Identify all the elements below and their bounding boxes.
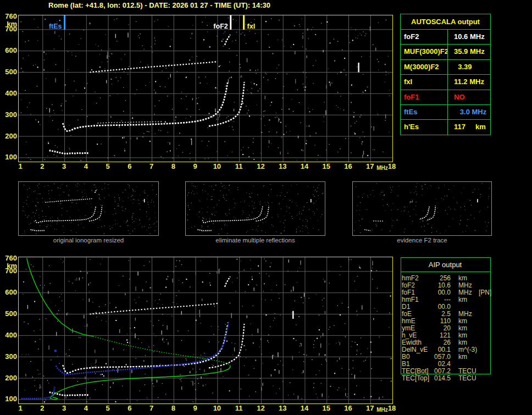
aip-row-extra xyxy=(479,318,495,325)
autoscala-row: M(3000)F2 3.39 xyxy=(401,59,490,74)
autoscala-row-label: MUF(3000)F2 xyxy=(401,45,447,59)
thumbnail-original-canvas xyxy=(19,182,158,235)
aip-row-extra xyxy=(479,275,495,282)
axis-tick-label: 2 xyxy=(35,405,49,412)
aip-row-extra xyxy=(479,339,495,346)
autoscala-row-value: 3.39 xyxy=(447,60,489,74)
axis-tick-label: 1 xyxy=(13,163,27,170)
axis-tick-label: 760 xyxy=(1,254,17,262)
scaled-marker-label-foF2: foF2 xyxy=(213,23,228,30)
thumbnail-caption-evidence: evidence F2 trace xyxy=(352,237,492,244)
axis-tick-label: 16 xyxy=(341,163,355,170)
axis-tick-label: 13 xyxy=(275,405,290,412)
bottom-ionogram-canvas xyxy=(19,257,392,403)
autoscala-row-value: 11.2 MHz xyxy=(447,75,489,89)
axis-tick-label: 500 xyxy=(1,310,17,317)
aip-row-extra xyxy=(479,361,495,368)
aip-table-rows: hmF2256kmfoF210.6MHzfoF100.0MHz[PN]hmF1-… xyxy=(402,275,498,382)
thumbnail-original-ionogram xyxy=(18,181,159,236)
axis-tick-label: 100 xyxy=(1,153,17,161)
autoscala-table-rows: foF210.6 MHzMUF(3000)F235.9 MHzM(3000)F2… xyxy=(401,29,490,135)
axis-tick-label: 9 xyxy=(188,163,202,170)
aip-row-extra xyxy=(479,311,495,318)
autoscala-row: fxI11.2 MHz xyxy=(401,74,490,89)
axis-tick-label: 500 xyxy=(1,68,17,75)
scaled-marker-label-fxI: fxI xyxy=(247,23,256,30)
window-title: Rome (lat: +41.8, lon: 012.5) - DATE: 20… xyxy=(48,1,270,9)
autoscala-row-label: foF2 xyxy=(401,30,447,44)
x-axis-unit: MHz xyxy=(376,165,388,171)
aip-row-extra xyxy=(479,296,495,303)
axis-tick-label: 16 xyxy=(341,405,355,412)
axis-tick-label: 100 xyxy=(1,395,17,402)
axis-tick-label: 8 xyxy=(166,405,180,412)
axis-tick-label: 3 xyxy=(57,163,71,170)
axis-tick-label: 600 xyxy=(1,47,17,54)
thumbnail-evidence-canvas xyxy=(353,182,491,235)
axis-tick-label: 7 xyxy=(145,405,159,412)
axis-tick-label: 300 xyxy=(1,111,17,118)
autoscala-window: Rome (lat: +41.8, lon: 012.5) - DATE: 20… xyxy=(0,0,532,415)
axis-tick-label: 11 xyxy=(232,405,246,412)
autoscala-row-value: 3.0 MHz xyxy=(447,105,489,119)
aip-row-extra xyxy=(479,325,495,332)
axis-tick-label: 700 xyxy=(1,267,17,274)
aip-row: TEC[Top]014.5TECU xyxy=(402,375,498,382)
axis-tick-label: 15 xyxy=(319,405,334,412)
aip-row-extra: [PN] xyxy=(479,289,495,296)
axis-tick-label: 8 xyxy=(166,163,180,170)
aip-table-divider xyxy=(401,272,490,272)
autoscala-row-value: NO xyxy=(447,90,489,104)
axis-tick-label: 700 xyxy=(1,25,17,32)
axis-tick-label: 13 xyxy=(275,163,290,170)
autoscala-row-label: h'Es xyxy=(401,120,447,134)
autoscala-row: foF1NO xyxy=(401,90,490,104)
thumbnail-caption-eliminate: eliminate multiple reflections xyxy=(185,237,325,244)
axis-tick-label: 9 xyxy=(188,405,202,412)
axis-tick-label: 11 xyxy=(232,163,246,170)
aip-row-unit: km xyxy=(453,353,479,361)
autoscala-row-label: fxI xyxy=(401,75,447,89)
axis-tick-label: 5 xyxy=(101,163,115,170)
aip-row-extra xyxy=(479,368,495,375)
axis-tick-label: 4 xyxy=(79,405,93,412)
aip-row-extra xyxy=(479,353,495,361)
aip-row-extra xyxy=(479,303,495,311)
axis-tick-label: 200 xyxy=(1,132,17,140)
autoscala-row: MUF(3000)F235.9 MHz xyxy=(401,44,490,59)
scaled-marker-label-ftEs: ftEs xyxy=(49,23,62,30)
aip-row-name: TEC[Top] xyxy=(402,375,433,382)
axis-tick-label: 400 xyxy=(1,331,17,339)
thumbnail-eliminate-canvas xyxy=(186,182,325,235)
axis-tick-label: 200 xyxy=(1,374,17,381)
top-ionogram-plot: ftEsfoF2fxI xyxy=(18,15,393,162)
axis-tick-label: 6 xyxy=(123,163,137,170)
axis-tick-label: 2 xyxy=(35,163,49,170)
axis-tick-label: 400 xyxy=(1,90,17,97)
axis-tick-label: 5 xyxy=(101,405,115,412)
axis-tick-label: 1 xyxy=(13,405,27,412)
axis-tick-label: 10 xyxy=(210,405,224,412)
top-ionogram-canvas: ftEsfoF2fxI xyxy=(19,15,392,162)
axis-tick-label: 17 xyxy=(363,405,377,412)
autoscala-row: foF210.6 MHz xyxy=(401,29,490,44)
bottom-ionogram-plot xyxy=(18,257,393,404)
autoscala-table-title: AUTOSCALA output xyxy=(401,14,490,29)
axis-tick-label: 14 xyxy=(297,405,312,412)
autoscala-row-label: ftEs xyxy=(401,105,447,119)
axis-tick-label: 3 xyxy=(57,405,71,412)
aip-row-unit: TECU xyxy=(453,375,479,382)
axis-tick-label: 14 xyxy=(297,163,312,170)
aip-row-value: 014.5 xyxy=(433,375,453,382)
autoscala-row-value: 35.9 MHz xyxy=(447,45,489,59)
axis-tick-label: 17 xyxy=(363,163,377,170)
aip-row-extra xyxy=(479,332,495,339)
aip-table-title: AIP output xyxy=(401,261,490,269)
autoscala-row: h'Es117 km xyxy=(401,119,490,134)
autoscala-row: ftEs 3.0 MHz xyxy=(401,104,490,119)
axis-tick-label: 300 xyxy=(1,353,17,360)
autoscala-table: AUTOSCALA output foF210.6 MHzMUF(3000)F2… xyxy=(400,14,491,135)
axis-tick-label: 4 xyxy=(79,163,93,170)
aip-row-extra xyxy=(479,346,495,353)
autoscala-row-label: foF1 xyxy=(401,90,447,104)
